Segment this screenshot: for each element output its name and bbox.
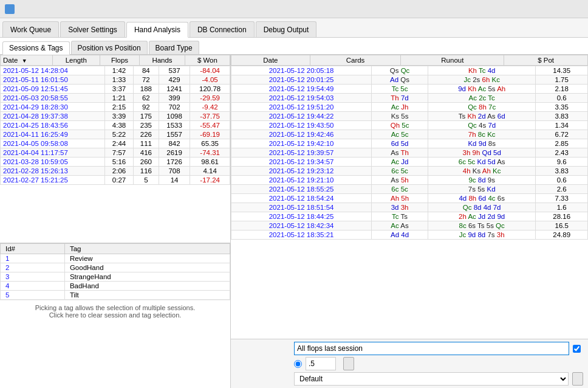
tags-note[interactable]: Picking a tag allows the selection of mu… xyxy=(0,300,230,322)
tags-header-id[interactable]: Id# xyxy=(1,244,65,254)
table-row[interactable]: 2021-04-29 18:28:30 2:15 92 702 -9.42 xyxy=(1,103,230,112)
session-length: 4:38 xyxy=(105,121,134,130)
table-row[interactable]: 2021-05-12 19:21:10 As 5h 9c 8d 9s 0.6 xyxy=(231,176,588,185)
sub-tab-board-type[interactable]: Board Type xyxy=(149,41,199,54)
maximize-button[interactable] xyxy=(548,3,565,15)
table-row[interactable]: 2021-05-12 19:43:50 Qh 5c Qc 4s 7d 1.34 xyxy=(231,121,588,130)
sessions-header-hands[interactable]: Hands xyxy=(140,55,185,66)
card: Ac xyxy=(391,103,399,111)
rake-checkbox[interactable] xyxy=(573,345,581,353)
session-date: 2021-05-11 16:01:50 xyxy=(1,75,105,85)
table-row[interactable]: 2021-05-12 19:42:46 Ac 5c 7h 8c Kc 6.72 xyxy=(231,130,588,139)
table-row[interactable]: 2021-05-12 18:55:25 6c 5c 7s 5s Kd 2.6 xyxy=(231,185,588,194)
sessions-scroll[interactable]: 2021-05-12 14:28:04 1:42 84 537 -84.04 2… xyxy=(0,66,230,230)
session-date: 2021-05-09 12:51:45 xyxy=(1,85,105,94)
card: 6s xyxy=(468,222,476,229)
table-row[interactable]: 2021-02-28 15:26:13 2:06 116 708 4.14 xyxy=(1,167,230,176)
hand-cards: Ad Qs xyxy=(372,75,428,85)
table-row[interactable]: 2021-05-12 19:54:49 Tc 5c 9d Kh Ac 5s Ah… xyxy=(231,85,588,94)
session-flops: 175 xyxy=(133,112,159,121)
table-row[interactable]: 2021-05-12 18:35:21 Ad 4d Jc 9d 8d 7s 3h… xyxy=(231,230,588,240)
list-item[interactable]: 1 Review xyxy=(1,254,230,263)
bet-sizings-select[interactable]: Default xyxy=(294,372,569,386)
card: Kd xyxy=(468,140,476,147)
list-item[interactable]: 3 StrangeHand xyxy=(1,272,230,282)
hand-pot: 0.6 xyxy=(536,176,588,185)
table-row[interactable]: 2021-05-12 19:34:57 Ac Jd 6c 5c Kd 5d As… xyxy=(231,158,588,167)
hands-header-date[interactable]: Date xyxy=(231,55,310,66)
sub-tab-sessions-tags[interactable]: Sessions & Tags xyxy=(2,41,70,55)
session-flops: 5 xyxy=(133,176,159,185)
table-row[interactable]: 2021-05-12 19:42:10 6d 5d Kd 9d 8s 2.85 xyxy=(231,139,588,148)
hand-cards: Tc Ts xyxy=(372,212,428,221)
table-row[interactable]: 2021-05-12 19:54:03 Th 7d Ac 2c Tc 0.6 xyxy=(231,94,588,103)
table-row[interactable]: 2021-04-04 11:17:57 7:57 416 2619 -74.31 xyxy=(1,148,230,158)
table-row[interactable]: 2021-05-12 20:01:25 Ad Qs Jc 2s 6h Kc 1.… xyxy=(231,75,588,85)
solve-highlighted-button[interactable] xyxy=(572,372,583,386)
table-row[interactable]: 2021-05-12 19:23:12 6c 5c 4h Ks Ah Kc 3.… xyxy=(231,167,588,176)
table-row[interactable]: 2021-05-03 20:58:55 1:21 62 399 -29.59 xyxy=(1,94,230,103)
accuracy-input[interactable] xyxy=(306,357,336,370)
hands-header-runout[interactable]: Runout xyxy=(401,55,504,66)
table-row[interactable]: 2021-05-12 18:42:34 Ac As 8c 6s Ts 5s Qc… xyxy=(231,221,588,230)
tab-hand-analysis[interactable]: Hand Analysis xyxy=(126,22,188,38)
tab-debug-output[interactable]: Debug Output xyxy=(256,21,317,37)
table-row[interactable]: 2021-05-12 18:51:54 3d 3h Qc 8d 4d 7d 1.… xyxy=(231,203,588,212)
work-name-input[interactable] xyxy=(294,342,569,355)
hands-scroll[interactable]: 2021-05-12 20:05:18 Qs Qc Kh Tc 4d 14.35… xyxy=(231,66,588,339)
select-all-button[interactable] xyxy=(343,357,354,370)
sessions-header-length[interactable]: Length xyxy=(52,55,100,66)
accuracy-radio[interactable] xyxy=(294,360,302,368)
close-button[interactable] xyxy=(566,3,583,15)
table-row[interactable]: 2021-05-09 12:51:45 3:37 188 1241 120.78 xyxy=(1,85,230,94)
tags-header-tag[interactable]: Tag xyxy=(64,244,230,254)
card: 2d xyxy=(487,213,495,220)
hands-data-table: 2021-05-12 20:05:18 Qs Qc Kh Tc 4d 14.35… xyxy=(231,66,588,240)
minimize-button[interactable] xyxy=(530,3,547,15)
card: 6s xyxy=(497,195,505,202)
list-item[interactable]: 2 GoodHand xyxy=(1,263,230,272)
hand-runout: Qc 4s 7d xyxy=(428,121,536,130)
table-row[interactable]: 2021-02-27 15:21:25 0:27 5 14 -17.24 xyxy=(1,176,230,185)
card: Kh xyxy=(468,85,476,92)
table-row[interactable]: 2021-05-12 18:54:24 Ah 5h 4d 8h 6d 4c 6s… xyxy=(231,194,588,203)
tab-db-connection[interactable]: DB Connection xyxy=(190,21,255,37)
table-row[interactable]: 2021-03-28 10:59:05 5:16 260 1726 98.61 xyxy=(1,158,230,167)
table-row[interactable]: 2021-05-12 19:39:57 As Th 3h 9h Qd 5d 2.… xyxy=(231,148,588,158)
table-row[interactable]: 2021-04-28 19:37:38 3:39 175 1098 -37.75 xyxy=(1,112,230,121)
table-row[interactable]: 2021-05-12 18:44:25 Tc Ts 2h Ac Jd 2d 9d… xyxy=(231,212,588,221)
tab-work-queue[interactable]: Work Queue xyxy=(2,21,59,37)
card: 8d xyxy=(478,176,486,184)
card: Ac xyxy=(468,213,476,220)
hands-header-cards[interactable]: Cards xyxy=(310,55,401,66)
card: As xyxy=(497,158,505,165)
sessions-header-won[interactable]: $ Won xyxy=(185,55,230,66)
card: Ts xyxy=(477,222,485,229)
rake-check-label[interactable] xyxy=(573,345,583,353)
list-item[interactable]: 4 BadHand xyxy=(1,282,230,291)
card: 7d xyxy=(493,204,501,211)
card: Kd xyxy=(487,185,495,193)
session-hands: 842 xyxy=(159,139,190,148)
table-row[interactable]: 2021-05-12 19:51:20 Ac Jh Qc 8h 7c 3.35 xyxy=(231,103,588,112)
hands-header-pot[interactable]: $ Pot xyxy=(504,55,588,66)
tab-solver-settings[interactable]: Solver Settings xyxy=(60,21,125,37)
card: 6h xyxy=(482,76,490,83)
session-won: -9.42 xyxy=(190,103,230,112)
card: Tc xyxy=(392,85,399,92)
card: 7s xyxy=(487,231,494,238)
sub-tab-position-vs-position[interactable]: Position vs Position xyxy=(71,41,148,54)
card: Jd xyxy=(478,213,485,220)
table-row[interactable]: 2021-05-11 16:01:50 1:33 72 429 -4.05 xyxy=(1,75,230,85)
card: 9h xyxy=(473,149,480,156)
card: 9d xyxy=(468,231,476,238)
table-row[interactable]: 2021-05-12 19:44:22 Ks 5s Ts Kh 2d As 6d… xyxy=(231,112,588,121)
sessions-header-flops[interactable]: Flops xyxy=(100,55,140,66)
table-row[interactable]: 2021-04-05 09:58:08 2:44 111 842 65.35 xyxy=(1,139,230,148)
table-row[interactable]: 2021-05-12 20:05:18 Qs Qc Kh Tc 4d 14.35 xyxy=(231,66,588,75)
table-row[interactable]: 2021-05-12 14:28:04 1:42 84 537 -84.04 xyxy=(1,66,230,75)
sessions-header-date[interactable]: Date ▼ xyxy=(1,55,53,66)
table-row[interactable]: 2021-04-11 16:25:49 5:22 226 1557 -69.19 xyxy=(1,130,230,139)
table-row[interactable]: 2021-04-25 18:43:56 4:38 235 1533 -55.47 xyxy=(1,121,230,130)
list-item[interactable]: 5 Tilt xyxy=(1,291,230,300)
